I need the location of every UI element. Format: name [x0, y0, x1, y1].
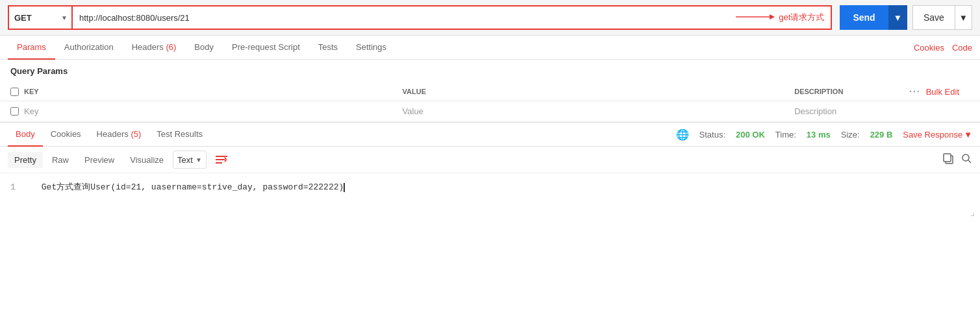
svg-point-7: [962, 154, 969, 161]
size-label: Size:: [841, 130, 860, 140]
format-tab-raw[interactable]: Raw: [45, 152, 75, 168]
request-tabs-bar: Params Authorization Headers (6) Body Pr…: [0, 36, 980, 60]
format-select[interactable]: Text ▼: [173, 151, 207, 169]
table-row: Key Value Description: [0, 101, 980, 122]
time-value: 13 ms: [807, 130, 831, 140]
tab-headers[interactable]: Headers (6): [123, 36, 186, 60]
query-params-section: Query Params KEY VALUE DESCRIPTION: [0, 60, 980, 122]
format-bar: Pretty Raw Preview Visualize Text ▼: [0, 147, 980, 173]
col-desc-header: DESCRIPTION ··· Bulk Edit: [784, 82, 980, 101]
save-dropdown-icon: ▼: [959, 13, 968, 23]
response-meta: 🌐 Status: 200 OK Time: 13 ms Size: 229 B…: [676, 128, 972, 141]
globe-icon: 🌐: [676, 128, 689, 141]
svg-marker-1: [770, 14, 775, 19]
url-annotation: get请求方式: [736, 10, 824, 25]
row-checkbox[interactable]: [10, 107, 19, 116]
wrap-icon[interactable]: [214, 154, 229, 165]
arrow-icon: [736, 10, 775, 25]
params-table: KEY VALUE DESCRIPTION ··· Bulk Edit: [0, 82, 980, 122]
tab-authorization[interactable]: Authorization: [55, 36, 123, 60]
response-tab-test-results[interactable]: Test Results: [149, 123, 210, 147]
bulk-edit-area: ··· Bulk Edit: [909, 86, 970, 97]
status-label: Status:: [699, 130, 725, 140]
format-tab-preview[interactable]: Preview: [78, 152, 121, 168]
time-label: Time:: [775, 130, 796, 140]
response-section: Body Cookies Headers (5) Test Results 🌐 …: [0, 122, 980, 225]
search-button[interactable]: [961, 152, 972, 167]
tab-body[interactable]: Body: [185, 36, 223, 60]
response-tab-body[interactable]: Body: [8, 123, 43, 147]
cookies-link[interactable]: Cookies: [914, 43, 944, 53]
resize-handle[interactable]: ⌟: [970, 208, 975, 220]
svg-rect-6: [944, 154, 951, 162]
line-number: 1: [10, 181, 26, 195]
format-tab-pretty[interactable]: Pretty: [8, 152, 43, 168]
send-dropdown-icon: ▼: [894, 13, 902, 23]
status-value: 200 OK: [736, 130, 765, 140]
method-select-wrapper: GET POST PUT DELETE PATCH HEAD OPTIONS ▼: [8, 5, 73, 30]
tab-pre-request[interactable]: Pre-request Script: [223, 36, 309, 60]
code-content: Get方式查询User(id=21, uasername=strive_day,…: [42, 182, 344, 192]
format-bar-right: [942, 152, 972, 167]
code-link[interactable]: Code: [952, 43, 972, 53]
more-options-icon[interactable]: ···: [909, 86, 921, 97]
desc-cell: Description: [784, 101, 980, 122]
key-checkbox[interactable]: [10, 88, 19, 96]
code-area: 1 Get方式查询User(id=21, uasername=strive_da…: [0, 173, 980, 225]
save-button-group: Save ▼: [912, 5, 972, 30]
col-value-header: VALUE: [392, 82, 785, 101]
col-key-header: KEY: [0, 82, 392, 101]
url-input[interactable]: [79, 13, 723, 23]
save-button[interactable]: Save: [912, 5, 955, 30]
send-button-group: Send ▼: [840, 5, 907, 30]
tabs-right-links: Cookies Code: [914, 43, 972, 53]
method-select[interactable]: GET POST PUT DELETE PATCH HEAD OPTIONS: [9, 6, 71, 29]
tab-tests[interactable]: Tests: [309, 36, 347, 60]
format-tab-visualize[interactable]: Visualize: [123, 152, 170, 168]
query-params-title: Query Params: [0, 60, 980, 82]
send-button[interactable]: Send: [840, 5, 888, 30]
url-input-wrapper: get请求方式: [73, 5, 832, 30]
bulk-edit-button[interactable]: Bulk Edit: [926, 87, 959, 97]
tab-settings[interactable]: Settings: [347, 36, 396, 60]
tab-params[interactable]: Params: [8, 36, 55, 60]
save-dropdown-button[interactable]: ▼: [955, 5, 972, 30]
value-cell: Value: [392, 101, 785, 122]
annotation-text: get请求方式: [779, 12, 824, 23]
response-tab-headers[interactable]: Headers (5): [89, 123, 149, 147]
size-value: 229 B: [870, 130, 893, 140]
send-dropdown-button[interactable]: ▼: [888, 5, 907, 30]
save-response-dropdown-icon: ▼: [964, 130, 972, 140]
save-response-button[interactable]: Save Response ▼: [903, 130, 972, 140]
key-cell: Key: [0, 101, 392, 122]
svg-line-8: [968, 160, 971, 163]
response-tab-cookies[interactable]: Cookies: [43, 123, 89, 147]
response-tabs-bar: Body Cookies Headers (5) Test Results 🌐 …: [0, 123, 980, 147]
copy-button[interactable]: [942, 152, 954, 167]
top-bar: GET POST PUT DELETE PATCH HEAD OPTIONS ▼…: [0, 0, 980, 36]
format-select-chevron-icon: ▼: [195, 156, 202, 164]
cursor: [344, 183, 345, 192]
